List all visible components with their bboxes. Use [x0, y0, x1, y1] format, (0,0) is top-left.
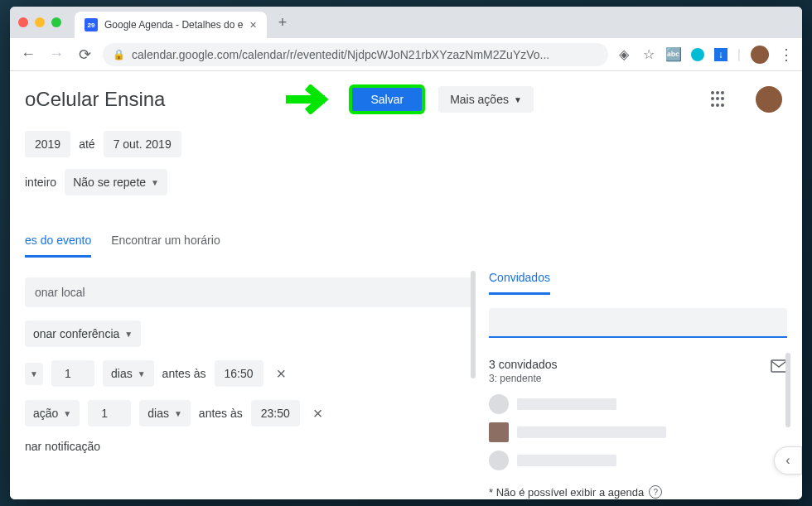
scrollbar-left[interactable]	[471, 271, 476, 378]
notif-unit-label-2: dias	[147, 407, 169, 420]
guest-pending: 3: pendente	[489, 373, 787, 384]
chevron-down-icon: ▼	[514, 95, 522, 104]
url-text: calendar.google.com/calendar/r/eventedit…	[132, 48, 598, 61]
guest-name-redacted	[517, 398, 616, 410]
tab-favicon: 29	[85, 18, 98, 31]
notification-row-1: ▼ 1 dias ▼ antes às 16:50 ×	[25, 354, 472, 393]
notification-row-2: ação ▼ 1 dias ▼ antes às 23:50 ×	[25, 393, 472, 433]
arrow-icon	[286, 84, 336, 114]
guest-warning-text: * Não é possível exibir a agenda	[489, 486, 644, 499]
profile-avatar-small[interactable]	[751, 46, 769, 64]
tab-find-time[interactable]: Encontrar um horário	[111, 234, 220, 258]
add-notification-link[interactable]: nar notificação	[25, 440, 100, 453]
chevron-down-icon: ▼	[63, 409, 71, 418]
date-row: 2019 até 7 out. 2019	[10, 128, 802, 161]
guest-avatar	[489, 394, 509, 414]
highlight-arrow	[286, 84, 336, 114]
before-at-label: antes às	[162, 367, 206, 380]
notif-prefix-label: ação	[33, 407, 58, 420]
email-guests-icon[interactable]	[771, 359, 787, 377]
remove-notification-icon-2[interactable]: ×	[313, 404, 323, 423]
notif-unit-dropdown[interactable]: dias ▼	[103, 360, 154, 387]
remove-notification-icon[interactable]: ×	[277, 364, 287, 383]
new-tab-button[interactable]: +	[278, 14, 288, 31]
window-controls	[18, 17, 61, 27]
notif-type-dropdown-2[interactable]: ação ▼	[25, 400, 80, 426]
start-date-chip[interactable]: 2019	[25, 131, 70, 157]
minimize-window-button[interactable]	[35, 17, 45, 27]
page-content: oCelular Ensina Salvar Mais ações ▼ 2019…	[10, 71, 802, 499]
notif-number-input-2[interactable]: 1	[88, 400, 131, 426]
close-tab-icon[interactable]: ×	[249, 18, 256, 31]
guest-item[interactable]	[489, 394, 787, 414]
guests-title: Convidados	[489, 271, 550, 295]
chevron-down-icon: ▼	[174, 409, 182, 418]
repeat-value: Não se repete	[73, 176, 146, 189]
notif-unit-dropdown-2[interactable]: dias ▼	[139, 400, 191, 426]
account-avatar[interactable]	[756, 86, 782, 113]
conference-label: onar conferência	[33, 327, 119, 340]
guest-warning: * Não é possível exibir a agenda ?	[489, 485, 787, 499]
event-header: oCelular Ensina Salvar Mais ações ▼	[10, 71, 802, 128]
conference-dropdown[interactable]: onar conferência ▼	[25, 320, 141, 347]
notif-time-input[interactable]: 16:50	[215, 360, 263, 387]
until-label: até	[79, 137, 94, 151]
guests-panel: Convidados 3 convidados 3: pendente	[489, 271, 787, 499]
calendar-owner-row: e Farias ▼ ▼	[10, 499, 802, 499]
bookmark-star-icon[interactable]: ☆	[641, 47, 656, 62]
side-panel-toggle[interactable]: ‹	[774, 446, 802, 475]
allday-label: inteiro	[25, 176, 56, 189]
before-at-label-2: antes às	[199, 407, 243, 420]
google-apps-icon[interactable]	[711, 91, 727, 108]
forward-button[interactable]: →	[46, 45, 66, 65]
tab-title: Google Agenda - Detalhes do e	[104, 19, 243, 31]
chevron-down-icon: ▼	[138, 369, 146, 378]
repeat-row: inteiro Não se repete ▼	[10, 161, 802, 200]
back-button[interactable]: ←	[18, 45, 38, 65]
help-icon[interactable]: ?	[649, 485, 662, 499]
ext-icon-cyan[interactable]	[691, 48, 704, 61]
guest-count: 3 convidados	[489, 358, 787, 371]
details-panel: onar local onar conferência ▼ ▼ 1 dias ▼	[25, 271, 472, 499]
browser-menu-icon[interactable]: ⋮	[779, 46, 794, 64]
maximize-window-button[interactable]	[51, 17, 61, 27]
more-actions-button[interactable]: Mais ações ▼	[438, 86, 534, 113]
tab-event-details[interactable]: es do evento	[25, 234, 91, 258]
event-title[interactable]: oCelular Ensina	[25, 88, 165, 111]
chevron-down-icon: ▼	[151, 178, 159, 187]
detail-tabs: es do evento Encontrar um horário	[10, 200, 802, 258]
scrollbar-right[interactable]	[785, 353, 790, 427]
translate-icon[interactable]: 🔤	[666, 47, 681, 62]
guest-item[interactable]	[489, 451, 787, 470]
ext-icon-1[interactable]: ◈	[616, 47, 631, 62]
notif-number-input[interactable]: 1	[51, 360, 94, 387]
notif-type-dropdown[interactable]: ▼	[25, 363, 43, 385]
location-input[interactable]: onar local	[25, 277, 472, 307]
guest-list	[489, 394, 787, 470]
reload-button[interactable]: ⟳	[75, 45, 94, 65]
url-field[interactable]: 🔒 calendar.google.com/calendar/r/evented…	[103, 43, 608, 66]
guest-avatar	[489, 451, 509, 470]
guest-name-redacted	[517, 455, 616, 466]
download-icon[interactable]: ↓	[714, 48, 727, 61]
notif-unit-label: dias	[111, 367, 133, 380]
browser-tab[interactable]: 29 Google Agenda - Detalhes do e ×	[75, 12, 267, 38]
end-date-chip[interactable]: 7 out. 2019	[104, 131, 181, 157]
save-button[interactable]: Salvar	[349, 84, 425, 114]
address-bar: ← → ⟳ 🔒 calendar.google.com/calendar/r/e…	[10, 38, 802, 71]
guest-avatar	[489, 422, 509, 442]
chevron-down-icon: ▼	[124, 330, 133, 339]
guest-item[interactable]	[489, 422, 787, 442]
repeat-dropdown[interactable]: Não se repete ▼	[65, 169, 167, 195]
add-guest-input[interactable]	[489, 308, 787, 338]
browser-tab-bar: 29 Google Agenda - Detalhes do e × +	[10, 7, 802, 38]
svg-rect-0	[771, 360, 786, 372]
extension-icons: ◈ ☆ 🔤 ↓ | ⋮	[616, 46, 794, 64]
guest-name-redacted	[517, 426, 666, 438]
close-window-button[interactable]	[18, 17, 28, 27]
lock-icon: 🔒	[113, 49, 125, 60]
more-actions-label: Mais ações	[450, 93, 509, 106]
notif-time-input-2[interactable]: 23:50	[251, 400, 300, 426]
